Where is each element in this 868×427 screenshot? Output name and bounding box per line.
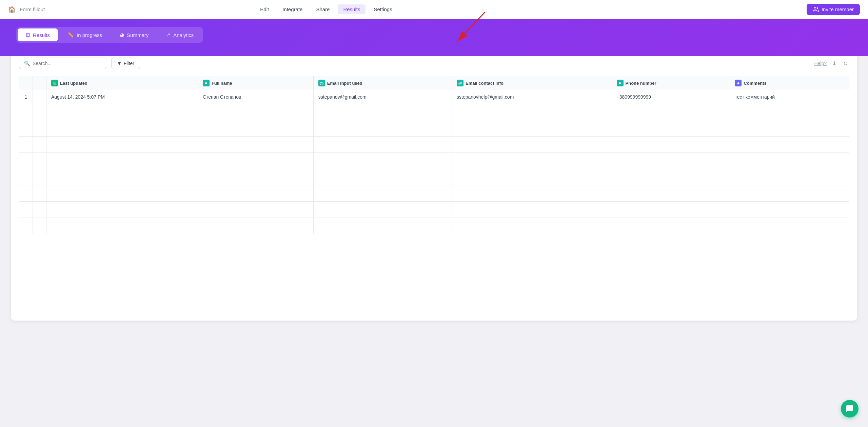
phone-col-icon: A xyxy=(617,80,624,86)
analytics-tab-label: Analytics xyxy=(173,32,194,38)
col-last-updated-header: ⊞ Last updated xyxy=(46,76,198,90)
nav-edit[interactable]: Edit xyxy=(255,4,274,14)
empty-cell xyxy=(452,137,612,153)
empty-cell xyxy=(612,202,730,218)
empty-cell xyxy=(313,120,452,137)
empty-cell xyxy=(730,202,849,218)
empty-cell xyxy=(313,202,452,218)
empty-cell xyxy=(313,104,452,120)
empty-cell xyxy=(313,153,452,169)
home-icon[interactable]: 🏠 xyxy=(8,6,16,13)
empty-cell xyxy=(198,137,313,153)
empty-cell xyxy=(730,104,849,120)
row-num-1: 1 xyxy=(19,90,33,104)
table-row xyxy=(19,185,849,202)
analytics-tab-icon: ↗ xyxy=(166,32,171,38)
empty-check xyxy=(33,104,46,120)
empty-num xyxy=(19,169,33,185)
empty-cell xyxy=(612,218,730,234)
cell-email-input-1: sstepanov@gmail.com xyxy=(313,90,452,104)
empty-check xyxy=(33,120,46,137)
empty-num xyxy=(19,120,33,137)
empty-cell xyxy=(46,218,198,234)
empty-cell xyxy=(730,218,849,234)
col-full-name-header: A Full name xyxy=(198,76,313,90)
empty-cell xyxy=(612,169,730,185)
empty-cell xyxy=(46,120,198,137)
results-table: ⊞ Last updated A Full name @ Email input… xyxy=(19,76,849,234)
tab-analytics[interactable]: ↗ Analytics xyxy=(158,28,202,41)
table-row: 1 August 14, 2024 5:07 PM Степан Степано… xyxy=(19,90,849,104)
invite-member-button[interactable]: Invite member xyxy=(807,4,860,15)
table-row xyxy=(19,137,849,153)
col-email-input-label: Email input used xyxy=(327,81,362,86)
table-row xyxy=(19,169,849,185)
tab-results[interactable]: ⊞ Results xyxy=(18,28,58,41)
nav-center: Edit Integrate Share Results Settings xyxy=(255,4,397,14)
col-email-input-header: @ Email input used xyxy=(313,76,452,90)
row-check-1[interactable] xyxy=(33,90,46,104)
empty-check xyxy=(33,153,46,169)
search-box[interactable]: 🔍 xyxy=(19,58,107,69)
empty-cell xyxy=(46,137,198,153)
empty-num xyxy=(19,153,33,169)
empty-cell xyxy=(612,120,730,137)
col-phone-header: A Phone number xyxy=(612,76,730,90)
email-contact-col-icon: @ xyxy=(457,80,463,86)
table-row xyxy=(19,153,849,169)
refresh-icon[interactable]: ↻ xyxy=(842,59,849,68)
nav-integrate[interactable]: Integrate xyxy=(277,4,308,14)
empty-check xyxy=(33,202,46,218)
invite-label: Invite member xyxy=(822,6,854,12)
nav-share[interactable]: Share xyxy=(311,4,335,14)
empty-cell xyxy=(198,120,313,137)
filter-icon: ▼ xyxy=(117,61,122,66)
results-tab-icon: ⊞ xyxy=(26,32,30,38)
empty-cell xyxy=(198,218,313,234)
form-title: Form fillout xyxy=(20,6,45,12)
tab-inprogress[interactable]: ✏️ In progress xyxy=(59,28,110,41)
cell-last-updated-1: August 14, 2024 5:07 PM xyxy=(46,90,198,104)
tab-summary[interactable]: ◕ Summary xyxy=(112,28,157,41)
help-link[interactable]: Help? xyxy=(814,61,827,66)
empty-cell xyxy=(46,153,198,169)
download-icon[interactable]: ⬇ xyxy=(831,59,838,68)
empty-cell xyxy=(452,185,612,202)
empty-cell xyxy=(313,169,452,185)
col-email-contact-header: @ Email contact info xyxy=(452,76,612,90)
nav-results[interactable]: Results xyxy=(338,4,366,14)
chat-icon xyxy=(846,405,854,413)
empty-cell xyxy=(452,153,612,169)
full-name-col-icon: A xyxy=(203,80,210,86)
empty-cell xyxy=(313,218,452,234)
nav-right: Invite member xyxy=(807,4,860,15)
empty-num xyxy=(19,185,33,202)
empty-cell xyxy=(730,153,849,169)
empty-cell xyxy=(198,185,313,202)
empty-cell xyxy=(46,104,198,120)
nav-settings[interactable]: Settings xyxy=(368,4,397,14)
chat-bubble-button[interactable] xyxy=(841,400,859,418)
col-full-name-label: Full name xyxy=(212,81,232,86)
search-input[interactable] xyxy=(33,61,102,66)
table-header-row: ⊞ Last updated A Full name @ Email input… xyxy=(19,76,849,90)
cell-email-contact-1: sstepanovhelp@gmail.com xyxy=(452,90,612,104)
inprogress-tab-label: In progress xyxy=(77,32,102,38)
empty-cell xyxy=(452,218,612,234)
cell-comments-1: тест комментарий xyxy=(730,90,849,104)
empty-cell xyxy=(730,137,849,153)
banner: ⊞ Results ✏️ In progress ◕ Summary ↗ Ana… xyxy=(0,19,868,56)
col-num-header xyxy=(19,76,33,90)
toolbar: 🔍 ▼ Filter Help? ⬇ ↻ xyxy=(19,58,849,69)
results-tab-label: Results xyxy=(33,32,50,38)
filter-button[interactable]: ▼ Filter xyxy=(111,58,140,69)
empty-num xyxy=(19,218,33,234)
empty-cell xyxy=(730,185,849,202)
col-last-updated-label: Last updated xyxy=(60,81,87,86)
empty-check xyxy=(33,169,46,185)
table-row xyxy=(19,202,849,218)
col-comments-header: A Comments xyxy=(730,76,849,90)
search-icon: 🔍 xyxy=(24,61,30,66)
empty-cell xyxy=(198,169,313,185)
svg-point-0 xyxy=(814,7,816,9)
